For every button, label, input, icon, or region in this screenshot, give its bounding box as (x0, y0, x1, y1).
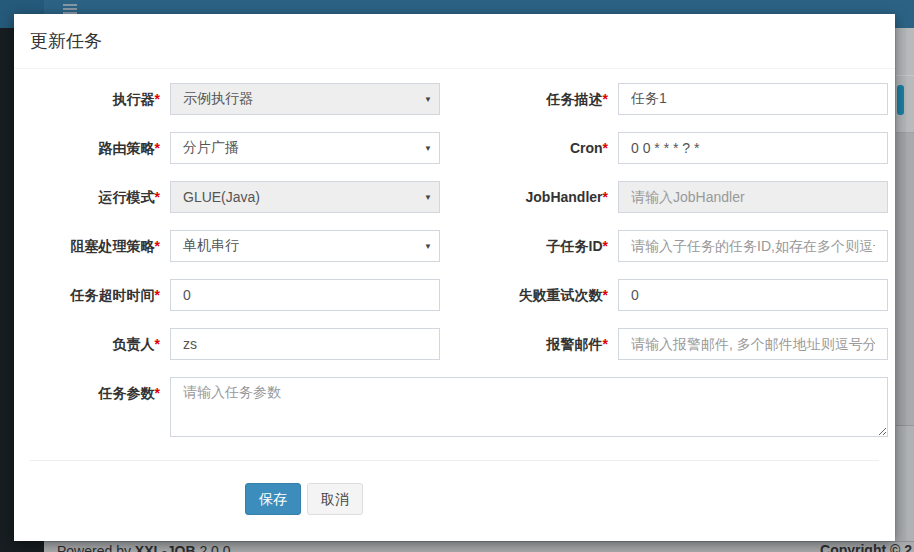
chevron-down-icon: ▼ (424, 95, 432, 104)
copyright-text: Copyright © 2 (820, 542, 912, 552)
modal-header: 更新任务 (14, 14, 895, 69)
executor-label: 执行器* (30, 83, 160, 115)
footer-divider (30, 460, 879, 461)
glue-type-label: 运行模式* (30, 181, 160, 213)
cron-input[interactable] (618, 132, 888, 164)
block-strategy-label: 阻塞处理策略* (30, 230, 160, 262)
chevron-down-icon: ▼ (424, 193, 432, 202)
glue-type-select: GLUE(Java)▼ (170, 181, 440, 213)
block-strategy-select[interactable]: 单机串行▼ (170, 230, 440, 262)
route-strategy-select[interactable]: 分片广播▼ (170, 132, 440, 164)
fail-retry-input[interactable] (618, 279, 888, 311)
modal-title: 更新任务 (30, 29, 102, 53)
cancel-button[interactable]: 取消 (307, 483, 363, 515)
timeout-input[interactable] (170, 279, 440, 311)
page-footer: Powered by XXL-JOB 2.0.0 Copyright © 2 (44, 541, 914, 552)
modal-body: 执行器* 示例执行器▼ 任务描述* 路由策略* 分片广播▼ Cron* 运行模式… (14, 69, 895, 515)
scrollbar-track[interactable] (906, 28, 914, 541)
job-param-label: 任务参数* (30, 377, 160, 437)
child-job-id-input[interactable] (618, 230, 888, 262)
alarm-email-input[interactable] (618, 328, 888, 360)
chevron-down-icon: ▼ (424, 242, 432, 251)
job-handler-label: JobHandler* (470, 181, 608, 213)
fail-retry-label: 失败重试次数* (470, 279, 608, 311)
route-strategy-label: 路由策略* (30, 132, 160, 164)
update-job-modal: 更新任务 执行器* 示例执行器▼ 任务描述* 路由策略* 分片广播▼ Cron*… (14, 14, 895, 541)
executor-select: 示例执行器▼ (170, 83, 440, 115)
save-button[interactable]: 保存 (245, 483, 301, 515)
child-job-id-label: 子任务ID* (470, 230, 608, 262)
alarm-email-label: 报警邮件* (470, 328, 608, 360)
dimmed-page-button (897, 85, 904, 115)
powered-by-text: Powered by XXL-JOB 2.0.0 (57, 543, 231, 552)
chevron-down-icon: ▼ (424, 144, 432, 153)
timeout-label: 任务超时时间* (30, 279, 160, 311)
owner-input[interactable] (170, 328, 440, 360)
job-desc-label: 任务描述* (470, 83, 608, 115)
dimmed-page-strip (896, 28, 914, 541)
job-desc-input[interactable] (618, 83, 888, 115)
job-handler-input (618, 181, 888, 213)
job-param-textarea[interactable] (170, 377, 888, 437)
owner-label: 负责人* (30, 328, 160, 360)
cron-label: Cron* (470, 132, 608, 164)
